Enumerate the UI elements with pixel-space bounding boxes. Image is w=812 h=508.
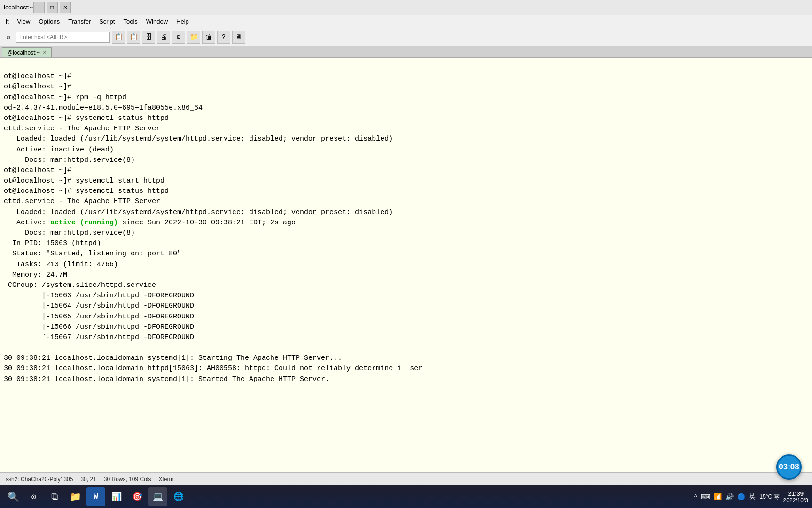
paste-icon[interactable]: 📋 — [127, 31, 140, 44]
menu-transfer[interactable]: Transfer — [64, 17, 94, 26]
host-input[interactable] — [16, 32, 110, 43]
taskbar-explorer[interactable]: 📁 — [66, 487, 85, 506]
menu-help[interactable]: Help — [172, 17, 193, 26]
connect-icon[interactable]: 🗄 — [142, 31, 155, 44]
refresh-icon[interactable]: ↺ — [3, 32, 14, 43]
menu-it[interactable]: it — [2, 17, 13, 26]
tray-network[interactable]: 📶 — [714, 493, 722, 500]
tab-label: @localhost:~ — [7, 49, 40, 56]
display-icon[interactable]: 🖥 — [232, 31, 245, 44]
taskbar: 🔍 ⊙ ⧉ 📁 W 📊 🎯 💻 🌐 ^ ⌨ 📶 🔊 🔵 英 15°C 雾 21:… — [0, 485, 812, 508]
taskbar-securecrt[interactable]: 💻 — [148, 487, 167, 506]
tray-keyboard[interactable]: ⌨ — [701, 493, 710, 500]
close-button[interactable]: ✕ — [60, 2, 71, 13]
terminal-line: ot@localhost ~]# ot@localhost ~]# ot@loc… — [4, 72, 422, 383]
weather-info: 15°C 雾 — [759, 493, 779, 501]
status-bar: ssh2: ChaCha20-Poly1305 30, 21 30 Rows, … — [0, 472, 812, 485]
taskbar-word[interactable]: W — [86, 487, 105, 506]
tray-chevron[interactable]: ^ — [694, 493, 697, 500]
ssh-info: ssh2: ChaCha20-Poly1305 — [6, 476, 73, 483]
app-title: localhost:~ — [4, 4, 33, 11]
cursor-position: 30, 21 — [80, 476, 96, 483]
tab-bar: @localhost:~ ✕ — [0, 46, 812, 58]
terminal-tab[interactable]: @localhost:~ ✕ — [2, 47, 52, 57]
help-icon[interactable]: ? — [217, 31, 230, 44]
tray-bluetooth[interactable]: 🔵 — [737, 493, 745, 500]
print-icon[interactable]: 🖨 — [157, 31, 170, 44]
maximize-button[interactable]: □ — [47, 2, 58, 13]
folder-icon[interactable]: 📁 — [187, 31, 200, 44]
tray-ime[interactable]: 英 — [749, 492, 756, 501]
copy-icon[interactable]: 📋 — [112, 31, 125, 44]
minimize-button[interactable]: — — [33, 2, 45, 13]
window-controls: — □ ✕ — [33, 2, 71, 13]
menu-options[interactable]: Options — [35, 17, 63, 26]
title-bar: localhost:~ — □ ✕ — [0, 0, 812, 15]
settings-icon[interactable]: ⚙ — [172, 31, 185, 44]
system-clock: 21:39 2022/10/3 — [783, 490, 808, 504]
taskbar-app1[interactable]: 🎯 — [128, 487, 147, 506]
terminal-type: Xterm — [159, 476, 174, 483]
trash-icon[interactable]: 🗑 — [202, 31, 215, 44]
taskbar-start[interactable]: ⊙ — [24, 487, 43, 506]
menu-view[interactable]: View — [14, 17, 34, 26]
taskbar-task-view[interactable]: ⧉ — [45, 487, 64, 506]
terminal-dimensions: 30 Rows, 109 Cols — [104, 476, 151, 483]
menu-script[interactable]: Script — [95, 17, 118, 26]
menu-tools[interactable]: Tools — [119, 17, 141, 26]
tab-close-button[interactable]: ✕ — [43, 50, 47, 55]
terminal-area[interactable]: ot@localhost ~]# ot@localhost ~]# ot@loc… — [0, 58, 812, 472]
taskbar-excel[interactable]: 📊 — [107, 487, 126, 506]
tray-sound[interactable]: 🔊 — [726, 493, 734, 500]
taskbar-right: ^ ⌨ 📶 🔊 🔵 英 15°C 雾 21:39 2022/10/3 — [694, 490, 808, 504]
timer-badge: 03:08 — [776, 454, 802, 480]
taskbar-search[interactable]: 🔍 — [4, 487, 23, 506]
toolbar: ↺ 📋 📋 🗄 🖨 ⚙ 📁 🗑 ? 🖥 — [0, 28, 812, 46]
menu-bar: it View Options Transfer Script Tools Wi… — [0, 15, 812, 28]
menu-window[interactable]: Window — [142, 17, 172, 26]
taskbar-browser[interactable]: 🌐 — [169, 487, 188, 506]
